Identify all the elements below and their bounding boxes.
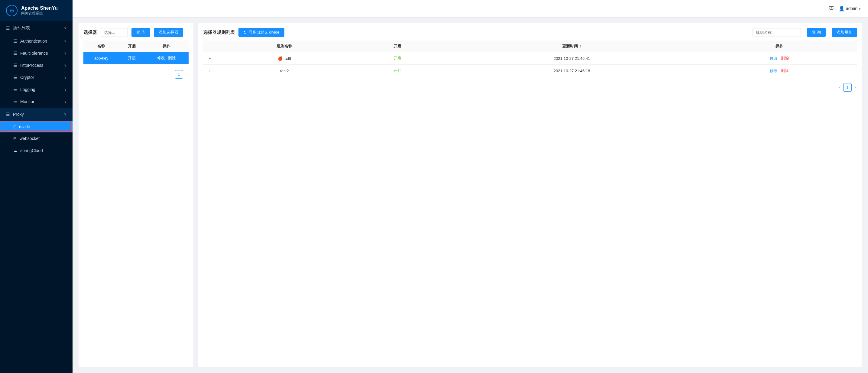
rule-panel-header: 选择器规则列表 ↻ 同步自定义 divide 查 询 添加规则 xyxy=(203,28,857,37)
rule-row-time-1: 2021-10-27 21:45:41 xyxy=(442,52,702,65)
main: 🖼 👤 admin ∨ 选择器 查 询 添加选择器 名称 开启 操作 xyxy=(72,0,868,373)
rule-row-time-2: 2021-10-27 21:46:18 xyxy=(442,65,702,77)
selector-table: 名称 开启 操作 app-key 开启 修改 删除 xyxy=(84,40,189,64)
rule-col-status: 开启 xyxy=(353,40,442,52)
proxy-label: Proxy xyxy=(13,112,24,117)
selector-panel-header: 选择器 查 询 添加选择器 xyxy=(84,28,189,37)
logo-title: Apache ShenYu xyxy=(21,5,58,11)
sidebar-item-websocket[interactable]: ⊟ websocket xyxy=(0,132,72,145)
plugin-list-chevron: ∧ xyxy=(64,26,66,30)
sidebar-item-logging[interactable]: ☰ Logging ∨ xyxy=(0,84,72,95)
sidebar-item-divide[interactable]: ⊞ divide xyxy=(0,121,72,132)
sync-icon: ↻ xyxy=(243,30,247,35)
selector-delete-link[interactable]: 删除 xyxy=(168,56,176,60)
httpprocess-icon: ☰ xyxy=(13,63,17,68)
selector-prev-page[interactable]: < xyxy=(169,73,174,76)
monitor-icon: ☰ xyxy=(13,99,17,104)
rule-col-time: 更新时间 ⇕ xyxy=(442,40,702,52)
proxy-chevron: ∧ xyxy=(64,113,66,116)
user-avatar-icon: 👤 xyxy=(839,6,845,11)
sync-button-label: 同步自定义 divide xyxy=(248,30,280,35)
cryptor-label: Cryptor xyxy=(20,75,34,80)
selector-row-name: app-key xyxy=(84,52,119,64)
rule-panel-title: 选择器规则列表 xyxy=(203,30,235,35)
sidebar-item-authentication[interactable]: ☰ Authentication ∨ xyxy=(0,35,72,47)
selector-search-input[interactable] xyxy=(101,28,128,37)
rule-expand-btn-1[interactable]: + xyxy=(207,55,213,61)
sidebar-plugins-header[interactable]: ☰ 插件列表 ∧ xyxy=(0,21,72,35)
selector-query-button[interactable]: 查 询 xyxy=(131,28,150,37)
user-menu[interactable]: 👤 admin ∨ xyxy=(839,6,861,11)
rule-row-actions-2: 修改 删除 xyxy=(702,65,857,77)
rule-search-input[interactable] xyxy=(752,28,801,37)
table-row[interactable]: app-key 开启 修改 删除 xyxy=(84,52,189,64)
selector-row-actions: 修改 删除 xyxy=(145,52,189,64)
cryptor-icon: ☰ xyxy=(13,75,17,80)
rule-panel: 选择器规则列表 ↻ 同步自定义 divide 查 询 添加规则 规则名称 开启 xyxy=(198,23,862,367)
springcloud-label: springCloud xyxy=(20,148,43,153)
divide-grid-icon: ⊞ xyxy=(13,125,17,129)
sidebar-item-faulttolerance[interactable]: ☰ FaultTolerance ∨ xyxy=(0,47,72,59)
sidebar-item-httpprocess[interactable]: ☰ HttpProcess ∨ xyxy=(0,59,72,71)
springcloud-icon: ☁ xyxy=(13,148,17,153)
rule-edit-link-1[interactable]: 修改 xyxy=(770,56,778,60)
rule-row-actions-1: 修改 删除 xyxy=(702,52,857,65)
cryptor-chevron: ∨ xyxy=(64,75,66,80)
header: 🖼 👤 admin ∨ xyxy=(72,0,868,17)
notification-icon[interactable]: 🖼 xyxy=(829,6,834,11)
content-area: 选择器 查 询 添加选择器 名称 开启 操作 app-key 开启 xyxy=(72,17,868,373)
selector-row-status: 开启 xyxy=(119,52,145,64)
selector-next-page[interactable]: > xyxy=(184,73,189,76)
logo-icon: ⊕ xyxy=(6,5,18,16)
rule-row-name-2: test2 xyxy=(216,65,353,77)
logging-label: Logging xyxy=(20,87,35,92)
authentication-label: Authentication xyxy=(20,39,47,43)
rule-add-button[interactable]: 添加规则 xyxy=(832,28,857,37)
rule-row-name-1: 🍎-adff xyxy=(216,52,353,65)
sidebar-item-monitor[interactable]: ☰ Monitor ∨ xyxy=(0,95,72,107)
apple-icon: 🍎 xyxy=(278,56,283,61)
authentication-chevron: ∨ xyxy=(64,39,66,43)
websocket-icon: ⊟ xyxy=(13,136,17,141)
selector-col-name: 名称 xyxy=(84,40,119,52)
sidebar: ⊕ Apache ShenYu 网关管理系统 ☰ 插件列表 ∧ ☰ Authen… xyxy=(0,0,72,373)
selector-add-button[interactable]: 添加选择器 xyxy=(154,28,183,37)
rule-page-1[interactable]: 1 xyxy=(843,83,852,92)
sidebar-item-proxy[interactable]: ☰ Proxy ∧ xyxy=(0,107,72,121)
rule-query-button[interactable]: 查 询 xyxy=(807,28,826,37)
rule-table: 规则名称 开启 更新时间 ⇕ 操作 + xyxy=(203,40,857,77)
user-dropdown-icon: ∨ xyxy=(859,7,861,10)
selector-panel-title: 选择器 xyxy=(84,30,97,35)
rule-next-page[interactable]: > xyxy=(853,86,857,89)
selector-panel: 选择器 查 询 添加选择器 名称 开启 操作 app-key 开启 xyxy=(79,23,193,367)
rule-edit-link-2[interactable]: 修改 xyxy=(770,68,778,73)
selector-col-status: 开启 xyxy=(119,40,145,52)
selector-page-1[interactable]: 1 xyxy=(175,70,183,79)
websocket-label: websocket xyxy=(20,136,39,141)
monitor-label: Monitor xyxy=(20,99,34,104)
rule-row-status-2: 开启 xyxy=(353,65,442,77)
sidebar-item-cryptor[interactable]: ☰ Cryptor ∨ xyxy=(0,71,72,84)
logging-icon: ☰ xyxy=(13,87,17,92)
logo-text: Apache ShenYu 网关管理系统 xyxy=(21,5,58,16)
rule-row-status-1: 开启 xyxy=(353,52,442,65)
sidebar-item-springcloud[interactable]: ☁ springCloud xyxy=(0,145,72,157)
rule-delete-link-2[interactable]: 删除 xyxy=(781,68,789,73)
rule-pagination: < 1 > xyxy=(203,81,857,92)
proxy-icon: ☰ xyxy=(6,112,10,117)
selector-pagination: < 1 > xyxy=(84,68,189,79)
table-row[interactable]: + test2 开启 2021-10-27 21:46:18 修改 删除 xyxy=(203,65,857,77)
logo-subtitle: 网关管理系统 xyxy=(21,11,58,16)
rule-col-name: 规则名称 xyxy=(216,40,353,52)
rule-col-actions: 操作 xyxy=(702,40,857,52)
selector-col-actions: 操作 xyxy=(145,40,189,52)
plugin-list-label: 插件列表 xyxy=(13,25,30,31)
logo-symbol: ⊕ xyxy=(10,7,14,14)
rule-prev-page[interactable]: < xyxy=(838,86,842,89)
table-row[interactable]: + 🍎-adff 开启 2021-10-27 21:45:41 修改 删除 xyxy=(203,52,857,65)
selector-edit-link[interactable]: 修改 xyxy=(157,56,165,60)
monitor-chevron: ∨ xyxy=(64,100,66,104)
sync-button[interactable]: ↻ 同步自定义 divide xyxy=(239,28,284,37)
rule-expand-btn-2[interactable]: + xyxy=(207,68,213,74)
rule-delete-link-1[interactable]: 删除 xyxy=(781,56,789,60)
